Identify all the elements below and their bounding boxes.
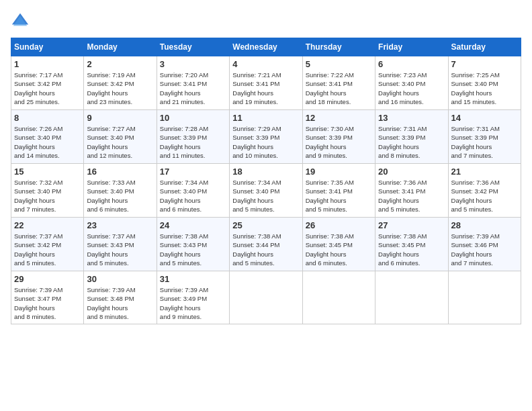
day-info: Sunrise: 7:38 AM Sunset: 3:45 PM Dayligh… — [378, 232, 445, 267]
calendar-header-row: SundayMondayTuesdayWednesdayThursdayFrid… — [11, 38, 521, 56]
calendar-cell: 25 Sunrise: 7:38 AM Sunset: 3:44 PM Dayl… — [230, 218, 302, 271]
calendar-week-row: 22 Sunrise: 7:37 AM Sunset: 3:42 PM Dayl… — [11, 218, 521, 271]
calendar-cell: 15 Sunrise: 7:32 AM Sunset: 3:40 PM Dayl… — [11, 164, 84, 218]
calendar-cell: 18 Sunrise: 7:34 AM Sunset: 3:40 PM Dayl… — [230, 164, 302, 218]
day-info: Sunrise: 7:27 AM Sunset: 3:40 PM Dayligh… — [87, 124, 153, 160]
day-info: Sunrise: 7:39 AM Sunset: 3:49 PM Dayligh… — [160, 285, 226, 321]
day-info: Sunrise: 7:17 AM Sunset: 3:42 PM Dayligh… — [14, 71, 81, 106]
day-number: 4 — [232, 59, 299, 69]
header-friday: Friday — [375, 38, 448, 56]
day-info: Sunrise: 7:39 AM Sunset: 3:46 PM Dayligh… — [451, 232, 518, 267]
day-number: 1 — [14, 59, 81, 69]
day-number: 29 — [14, 274, 81, 284]
calendar-week-row: 29 Sunrise: 7:39 AM Sunset: 3:47 PM Dayl… — [11, 271, 521, 324]
day-number: 12 — [306, 113, 372, 123]
calendar-cell: 11 Sunrise: 7:29 AM Sunset: 3:39 PM Dayl… — [230, 110, 302, 164]
day-info: Sunrise: 7:38 AM Sunset: 3:43 PM Dayligh… — [160, 232, 226, 267]
logo-icon — [11, 11, 30, 30]
day-number: 8 — [14, 113, 81, 123]
day-number: 15 — [14, 167, 81, 177]
calendar-cell: 20 Sunrise: 7:36 AM Sunset: 3:41 PM Dayl… — [375, 164, 448, 218]
day-number: 16 — [87, 167, 153, 177]
calendar-cell: 22 Sunrise: 7:37 AM Sunset: 3:42 PM Dayl… — [11, 218, 84, 271]
calendar-cell: 2 Sunrise: 7:19 AM Sunset: 3:42 PM Dayli… — [84, 56, 157, 110]
day-number: 27 — [378, 220, 445, 230]
day-info: Sunrise: 7:39 AM Sunset: 3:47 PM Dayligh… — [14, 285, 81, 321]
day-number: 7 — [451, 59, 518, 69]
day-number: 30 — [87, 274, 153, 284]
day-info: Sunrise: 7:36 AM Sunset: 3:42 PM Dayligh… — [451, 178, 518, 214]
day-number: 5 — [306, 59, 372, 69]
header-sunday: Sunday — [11, 38, 84, 56]
calendar-cell — [230, 271, 302, 324]
day-number: 14 — [451, 113, 518, 123]
day-number: 24 — [160, 220, 226, 230]
day-number: 21 — [451, 167, 518, 177]
calendar-cell: 3 Sunrise: 7:20 AM Sunset: 3:41 PM Dayli… — [157, 56, 229, 110]
header-thursday: Thursday — [302, 38, 375, 56]
day-info: Sunrise: 7:34 AM Sunset: 3:40 PM Dayligh… — [232, 178, 299, 214]
day-info: Sunrise: 7:23 AM Sunset: 3:40 PM Dayligh… — [378, 71, 445, 106]
day-info: Sunrise: 7:37 AM Sunset: 3:43 PM Dayligh… — [87, 232, 153, 267]
calendar-cell: 30 Sunrise: 7:39 AM Sunset: 3:48 PM Dayl… — [84, 271, 157, 324]
day-info: Sunrise: 7:21 AM Sunset: 3:41 PM Dayligh… — [232, 71, 299, 106]
day-number: 31 — [160, 274, 226, 284]
day-info: Sunrise: 7:22 AM Sunset: 3:41 PM Dayligh… — [306, 71, 372, 106]
day-number: 18 — [232, 167, 299, 177]
page-header — [11, 11, 521, 30]
day-info: Sunrise: 7:31 AM Sunset: 3:39 PM Dayligh… — [378, 124, 445, 160]
calendar-cell: 26 Sunrise: 7:38 AM Sunset: 3:45 PM Dayl… — [302, 218, 375, 271]
day-info: Sunrise: 7:25 AM Sunset: 3:40 PM Dayligh… — [451, 71, 518, 106]
calendar-cell — [448, 271, 521, 324]
calendar-cell: 9 Sunrise: 7:27 AM Sunset: 3:40 PM Dayli… — [84, 110, 157, 164]
day-info: Sunrise: 7:38 AM Sunset: 3:45 PM Dayligh… — [306, 232, 372, 267]
day-info: Sunrise: 7:33 AM Sunset: 3:40 PM Dayligh… — [87, 178, 153, 214]
day-number: 11 — [232, 113, 299, 123]
calendar-cell: 1 Sunrise: 7:17 AM Sunset: 3:42 PM Dayli… — [11, 56, 84, 110]
header-tuesday: Tuesday — [157, 38, 229, 56]
day-info: Sunrise: 7:28 AM Sunset: 3:39 PM Dayligh… — [160, 124, 226, 160]
calendar-week-row: 15 Sunrise: 7:32 AM Sunset: 3:40 PM Dayl… — [11, 164, 521, 218]
day-number: 26 — [306, 220, 372, 230]
day-number: 17 — [160, 167, 226, 177]
day-info: Sunrise: 7:26 AM Sunset: 3:40 PM Dayligh… — [14, 124, 81, 160]
day-number: 13 — [378, 113, 445, 123]
calendar-cell: 8 Sunrise: 7:26 AM Sunset: 3:40 PM Dayli… — [11, 110, 84, 164]
calendar-cell: 28 Sunrise: 7:39 AM Sunset: 3:46 PM Dayl… — [448, 218, 521, 271]
calendar-cell: 29 Sunrise: 7:39 AM Sunset: 3:47 PM Dayl… — [11, 271, 84, 324]
calendar-cell: 24 Sunrise: 7:38 AM Sunset: 3:43 PM Dayl… — [157, 218, 229, 271]
calendar-cell — [302, 271, 375, 324]
calendar-week-row: 1 Sunrise: 7:17 AM Sunset: 3:42 PM Dayli… — [11, 56, 521, 110]
calendar-cell: 6 Sunrise: 7:23 AM Sunset: 3:40 PM Dayli… — [375, 56, 448, 110]
calendar-cell: 31 Sunrise: 7:39 AM Sunset: 3:49 PM Dayl… — [157, 271, 229, 324]
calendar-cell: 7 Sunrise: 7:25 AM Sunset: 3:40 PM Dayli… — [448, 56, 521, 110]
day-number: 22 — [14, 220, 81, 230]
calendar-cell: 21 Sunrise: 7:36 AM Sunset: 3:42 PM Dayl… — [448, 164, 521, 218]
calendar-cell: 13 Sunrise: 7:31 AM Sunset: 3:39 PM Dayl… — [375, 110, 448, 164]
day-number: 28 — [451, 220, 518, 230]
day-number: 19 — [306, 167, 372, 177]
day-info: Sunrise: 7:39 AM Sunset: 3:48 PM Dayligh… — [87, 285, 153, 321]
calendar-week-row: 8 Sunrise: 7:26 AM Sunset: 3:40 PM Dayli… — [11, 110, 521, 164]
calendar-cell: 17 Sunrise: 7:34 AM Sunset: 3:40 PM Dayl… — [157, 164, 229, 218]
day-number: 6 — [378, 59, 445, 69]
day-number: 10 — [160, 113, 226, 123]
day-info: Sunrise: 7:36 AM Sunset: 3:41 PM Dayligh… — [378, 178, 445, 214]
header-saturday: Saturday — [448, 38, 521, 56]
day-info: Sunrise: 7:38 AM Sunset: 3:44 PM Dayligh… — [232, 232, 299, 267]
calendar-cell: 23 Sunrise: 7:37 AM Sunset: 3:43 PM Dayl… — [84, 218, 157, 271]
day-info: Sunrise: 7:37 AM Sunset: 3:42 PM Dayligh… — [14, 232, 81, 267]
calendar-cell: 16 Sunrise: 7:33 AM Sunset: 3:40 PM Dayl… — [84, 164, 157, 218]
calendar-cell — [375, 271, 448, 324]
day-number: 2 — [87, 59, 153, 69]
day-info: Sunrise: 7:31 AM Sunset: 3:39 PM Dayligh… — [451, 124, 518, 160]
day-info: Sunrise: 7:32 AM Sunset: 3:40 PM Dayligh… — [14, 178, 81, 214]
day-info: Sunrise: 7:30 AM Sunset: 3:39 PM Dayligh… — [306, 124, 372, 160]
day-info: Sunrise: 7:29 AM Sunset: 3:39 PM Dayligh… — [232, 124, 299, 160]
logo — [11, 11, 32, 30]
day-number: 20 — [378, 167, 445, 177]
calendar: SundayMondayTuesdayWednesdayThursdayFrid… — [11, 38, 521, 324]
calendar-cell: 14 Sunrise: 7:31 AM Sunset: 3:39 PM Dayl… — [448, 110, 521, 164]
calendar-cell: 10 Sunrise: 7:28 AM Sunset: 3:39 PM Dayl… — [157, 110, 229, 164]
calendar-cell: 19 Sunrise: 7:35 AM Sunset: 3:41 PM Dayl… — [302, 164, 375, 218]
